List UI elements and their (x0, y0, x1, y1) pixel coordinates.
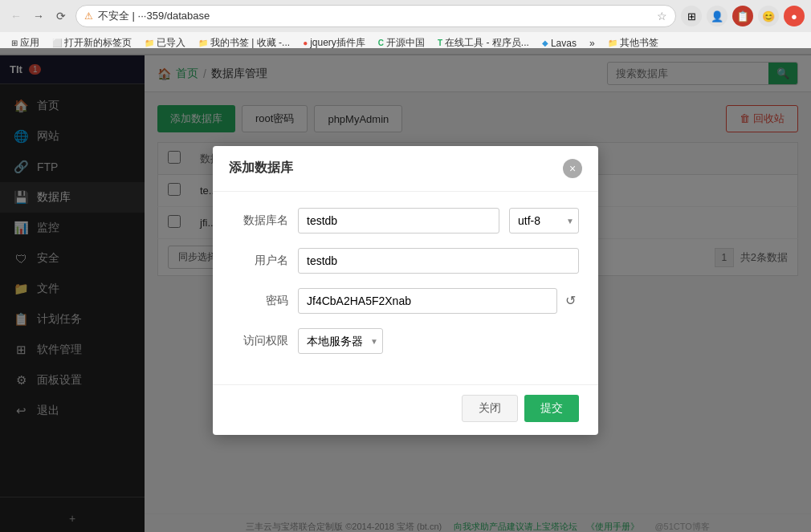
reload-button[interactable]: ⟳ (51, 6, 71, 26)
modal-header: 添加数据库 × (213, 146, 598, 192)
charset-select-wrapper: utf-8 utf8mb4 latin1 ▼ (509, 208, 579, 234)
security-warning: ⚠ (84, 10, 93, 22)
browser-chrome: ← → ⟳ ⚠ 不安全 | ···359/database ☆ ⊞ 👤 📋 😊 … (0, 0, 811, 55)
profile-btn[interactable]: 👤 (707, 6, 727, 26)
close-circle-btn[interactable]: ● (784, 6, 805, 26)
address-bar[interactable]: ⚠ 不安全 | ···359/database ☆ (75, 5, 676, 27)
db-name-label: 数据库名 (232, 213, 288, 228)
emoji-btn[interactable]: 😊 (758, 6, 779, 26)
forward-button[interactable]: → (29, 6, 48, 26)
browser-toolbar: ← → ⟳ ⚠ 不安全 | ···359/database ☆ ⊞ 👤 📋 😊 … (0, 0, 811, 32)
imported-icon: 📁 (145, 39, 154, 47)
tools-icon: T (438, 39, 442, 47)
password-input[interactable] (298, 288, 557, 314)
db-name-row: 数据库名 utf-8 utf8mb4 latin1 ▼ (232, 208, 579, 234)
myfav-icon: 📁 (198, 39, 208, 47)
extensions-btn[interactable]: ⊞ (681, 6, 702, 26)
cancel-button[interactable]: 关闭 (462, 395, 518, 422)
lavas-icon: ◆ (542, 39, 548, 47)
address-text: 不安全 | ···359/database (98, 9, 652, 23)
oschina-icon: C (378, 39, 384, 47)
add-database-modal: 添加数据库 × 数据库名 utf-8 utf8mb4 latin1 ▼ 用户 (213, 146, 598, 435)
password-label: 密码 (232, 294, 288, 308)
bookmark-star[interactable]: ☆ (657, 10, 667, 22)
notification-btn[interactable]: 📋 (732, 6, 753, 26)
modal-title: 添加数据库 (229, 160, 293, 177)
jquery-icon: ● (303, 39, 308, 47)
charset-select[interactable]: utf-8 utf8mb4 latin1 (509, 208, 579, 234)
more-label: » (589, 38, 595, 49)
access-select-wrapper: 本地服务器 所有人 ▼ (298, 328, 383, 354)
others-icon: 📁 (608, 39, 617, 47)
submit-button[interactable]: 提交 (524, 395, 579, 422)
nav-buttons: ← → ⟳ (6, 6, 71, 26)
refresh-password-button[interactable]: ↺ (562, 290, 579, 311)
access-row: 访问权限 本地服务器 所有人 ▼ (232, 328, 579, 354)
modal-body: 数据库名 utf-8 utf8mb4 latin1 ▼ 用户名 密码 (213, 192, 598, 384)
access-select[interactable]: 本地服务器 所有人 (298, 328, 383, 354)
db-name-input[interactable] (298, 208, 499, 234)
back-button[interactable]: ← (6, 6, 26, 26)
browser-actions: ⊞ 👤 📋 😊 ● (681, 6, 805, 26)
password-field-wrapper: ↺ (298, 288, 579, 314)
username-input[interactable] (298, 248, 579, 274)
newtab-icon: ⬜ (52, 39, 62, 47)
modal-footer: 关闭 提交 (213, 384, 598, 435)
access-label: 访问权限 (232, 334, 288, 348)
username-label: 用户名 (232, 254, 288, 268)
username-row: 用户名 (232, 248, 579, 274)
bookmark-lavas-label: Lavas (551, 38, 577, 49)
modal-close-button[interactable]: × (563, 159, 582, 178)
password-row: 密码 ↺ (232, 288, 579, 314)
apps-icon: ⊞ (11, 39, 18, 47)
modal-overlay[interactable]: 添加数据库 × 数据库名 utf-8 utf8mb4 latin1 ▼ 用户 (0, 48, 811, 532)
